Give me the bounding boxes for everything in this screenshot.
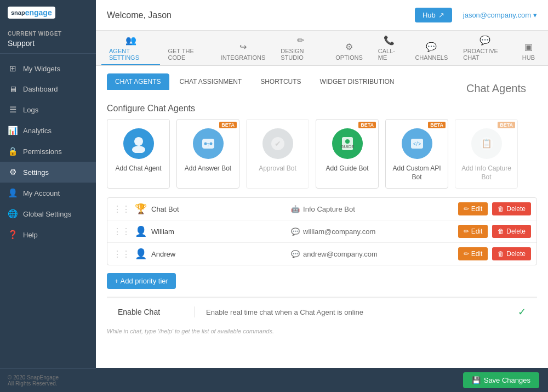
hub-button[interactable]: Hub ↗ [415,8,452,22]
page-title: Chat Agents [455,75,537,95]
sidebar-label-permissions: Permissions [23,147,62,156]
sidebar-item-dashboard[interactable]: 🖥 Dashboard [0,79,96,99]
email-icon-row-chatbot: 🤖 [291,205,300,213]
tab-hub[interactable]: ▣ HUB [515,37,543,65]
sidebar-item-logs[interactable]: ☰ Logs [0,99,96,120]
sidebar-item-analytics[interactable]: 📊 Analytics [0,120,96,141]
card-icon-add-custom-api-bot: </> [402,128,432,159]
sidebar-footer: © 2020 SnapEngageAll Rights Reserved. [0,368,96,392]
topbar: Welcome, Jason Hub ↗ jason@company.com ▾ [96,0,548,31]
delete-icon-row-william: 🗑 [498,228,504,235]
sidebar-item-my-account[interactable]: 👤 My Account [0,183,96,203]
tab-icon-agent-settings: 👥 [125,35,136,46]
tab-icon-proactive-chat: 💬 [480,35,490,46]
user-menu[interactable]: jason@company.com ▾ [463,11,537,19]
card-icon-approval-bot: ✔ [262,128,293,159]
svg-text:📋: 📋 [481,138,492,149]
sidebar-icon-permissions: 🔒 [8,146,18,156]
agent-email-row-chatbot: 🤖 Info Capture Bot [291,205,454,213]
tab-label-integrations: INTEGRATIONS [221,54,266,61]
enable-chat-row: Enable Chat Enable real time chat when a… [107,298,537,326]
svg-point-1 [132,146,145,153]
enable-chat-check-icon: ✓ [518,306,526,318]
sidebar-item-my-widgets[interactable]: ⊞ My Widgets [0,58,96,79]
tab-options[interactable]: ⚙ OPTIONS [328,37,370,65]
drag-handle-row-andrew[interactable]: ⋮⋮ [113,249,130,259]
tab-label-design-studio: DESIGN STUDIO [281,48,320,61]
tab-design-studio[interactable]: ✏ DESIGN STUDIO [273,31,328,65]
tab-label-proactive-chat: PROACTIVE CHAT [463,48,506,61]
sidebar-label-dashboard: Dashboard [23,85,58,93]
sidebar-item-permissions[interactable]: 🔒 Permissions [0,141,96,162]
section-title: Configure Chat Agents [96,95,548,119]
agent-email-row-andrew: 💬 andrew@company.com [291,250,454,258]
tab-nav: 👥 AGENT SETTINGS GET THE CODE ↪ INTEGRAT… [96,31,548,66]
sub-tab-widget-distribution[interactable]: WIDGET DISTRIBUTION [312,73,403,90]
svg-point-4 [209,143,212,145]
tab-icon-design-studio: ✏ [297,35,304,46]
agent-name-row-william: William [151,228,287,236]
agent-card-add-answer-bot[interactable]: BETA ? Add Answer Bot [176,119,239,189]
agent-card-add-guide-bot[interactable]: BETA GUIDE Add Guide Bot [316,119,379,189]
logo-area: snapengage [0,0,96,25]
sub-tab-chat-assignment[interactable]: CHAT ASSIGNMENT [172,73,250,90]
card-label-add-chat-agent: Add Chat Agent [115,164,161,173]
sidebar-item-settings[interactable]: ⚙ Settings [0,162,96,183]
save-icon: 💾 [472,376,481,384]
card-label-add-info-capture-bot: Add Info Capture Bot [460,164,513,181]
sidebar-icon-my-widgets: ⊞ [8,64,18,73]
agent-card-add-info-capture-bot: BETA 📋 Add Info Capture Bot [455,119,518,189]
agent-list: ⋮⋮ 🏆 Chat Bot 🤖 Info Capture Bot ✏ Edit … [107,197,537,265]
sidebar-icon-analytics: 📊 [8,126,18,135]
tab-label-agent-settings: AGENT SETTINGS [109,48,152,61]
edit-button-row-chatbot[interactable]: ✏ Edit [458,202,488,215]
svg-point-0 [134,137,143,146]
agent-cards: Add Chat Agent BETA ? Add Answer Bot ✔ A… [96,119,548,197]
vertical-divider [195,306,195,317]
user-caret-icon: ▾ [533,11,537,19]
drag-handle-row-william[interactable]: ⋮⋮ [113,226,130,237]
tab-channels[interactable]: 💬 CHANNELS [407,37,455,65]
card-label-approval-bot: Approval Bot [259,164,296,173]
hub-label: Hub [423,11,436,19]
tab-get-the-code[interactable]: GET THE CODE [160,41,213,65]
help-text: While in chat, type '/help' to get the l… [96,326,548,343]
page-content: CHAT AGENTSCHAT ASSIGNMENTSHORTCUTSWIDGE… [96,66,548,368]
card-icon-add-guide-bot: GUIDE [332,128,363,159]
logo-snap: snap [11,9,25,16]
sidebar-label-my-account: My Account [23,189,60,197]
agent-card-add-chat-agent[interactable]: Add Chat Agent [107,119,170,189]
svg-point-9 [345,139,350,144]
tab-label-get-the-code: GET THE CODE [168,48,205,61]
agent-card-add-custom-api-bot[interactable]: BETA </> Add Custom API Bot [385,119,448,189]
sidebar-label-my-widgets: My Widgets [23,65,60,73]
agent-icon-row-william: 👤 [135,225,147,237]
agent-icon-row-chatbot: 🏆 [135,203,147,215]
tab-agent-settings[interactable]: 👥 AGENT SETTINGS [101,31,160,65]
card-icon-add-chat-agent [123,128,154,159]
sidebar-icon-logs: ☰ [8,105,18,115]
tab-integrations[interactable]: ↪ INTEGRATIONS [213,37,273,65]
delete-button-row-andrew[interactable]: 🗑 Delete [492,247,531,260]
card-label-add-guide-bot: Add Guide Bot [326,164,368,173]
current-widget-name: Support [0,38,96,54]
card-icon-add-answer-bot: ? [193,128,224,159]
edit-button-row-william[interactable]: ✏ Edit [458,225,488,238]
sidebar-icon-help: ❓ [8,230,18,240]
beta-badge-add-answer-bot: BETA [219,122,237,128]
save-changes-button[interactable]: 💾 Save Changes [463,372,539,388]
agent-card-approval-bot: ✔ Approval Bot [246,119,309,189]
drag-handle-row-chatbot[interactable]: ⋮⋮ [113,204,130,214]
sidebar-item-global-settings[interactable]: 🌐 Global Settings [0,203,96,224]
delete-button-row-william[interactable]: 🗑 Delete [492,225,531,238]
sub-tab-chat-agents[interactable]: CHAT AGENTS [107,73,169,90]
edit-button-row-andrew[interactable]: ✏ Edit [458,247,488,260]
add-priority-tier-button[interactable]: + Add priority tier [107,273,176,289]
sidebar-label-analytics: Analytics [23,127,52,135]
tab-proactive-chat[interactable]: 💬 PROACTIVE CHAT [455,31,514,65]
sidebar-item-help[interactable]: ❓ Help [0,224,96,245]
sub-tab-shortcuts[interactable]: SHORTCUTS [252,73,309,90]
delete-button-row-chatbot[interactable]: 🗑 Delete [492,202,531,215]
welcome-text: Welcome, Jason [107,10,404,20]
tab-call-me[interactable]: 📞 CALL-ME [370,31,408,65]
